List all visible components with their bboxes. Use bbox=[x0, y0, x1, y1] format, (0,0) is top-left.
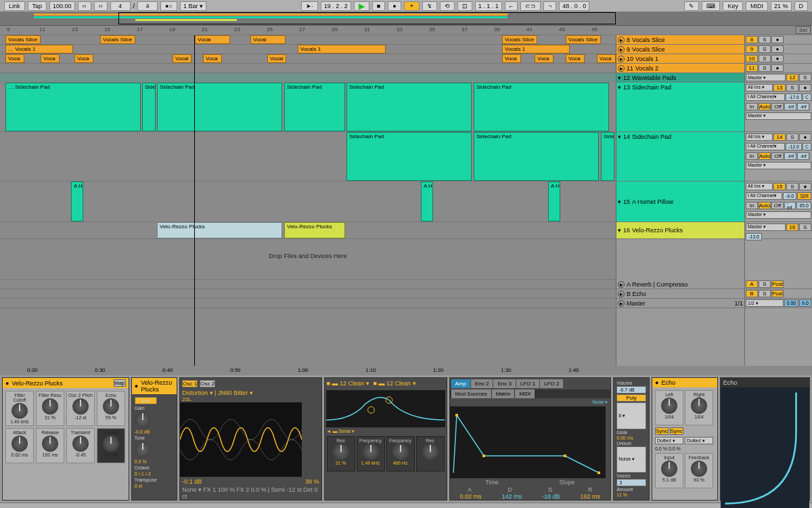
mode-l[interactable]: Dotted ▾ bbox=[655, 437, 683, 444]
clip[interactable]: Vocals 1 bbox=[502, 45, 570, 54]
mon-off[interactable]: Off bbox=[771, 152, 784, 160]
track-header-10[interactable]: ▸10 Vocals 1 bbox=[616, 54, 744, 64]
res2-knob[interactable] bbox=[422, 444, 438, 460]
solo-button[interactable]: S bbox=[759, 55, 771, 62]
clip[interactable]: Sidechain Pad bbox=[474, 132, 599, 181]
clip[interactable]: Vocals Slice bbox=[100, 35, 135, 44]
in-chan[interactable]: I All Channel▾ bbox=[746, 143, 785, 150]
lfo2-tab[interactable]: LFO 2 bbox=[540, 379, 563, 388]
master-header[interactable]: ▸Master1/1 bbox=[616, 299, 744, 308]
filter2-toggle[interactable]: ■ ▬ 12 Clean ▾ bbox=[374, 380, 416, 387]
track-16-lane[interactable]: Velo-Rezzo PlucksVelo-Rezzo Plucks bbox=[0, 222, 616, 239]
amp-tab[interactable]: Amp bbox=[451, 379, 470, 388]
clip[interactable]: A Hor bbox=[71, 182, 83, 221]
out-routing[interactable]: Master ▾ bbox=[746, 211, 811, 219]
send-b[interactable]: -inf bbox=[797, 152, 809, 160]
attack-value[interactable]: 0.02 ms bbox=[460, 493, 482, 500]
clip[interactable]: Voca bbox=[41, 54, 60, 63]
pan-value[interactable]: 32R bbox=[797, 192, 811, 200]
mon-off[interactable]: Off bbox=[771, 103, 784, 110]
master-pan[interactable]: 6.0 bbox=[799, 299, 811, 307]
clip[interactable]: Sidechain Pad bbox=[284, 83, 345, 131]
clip[interactable]: Side bbox=[601, 132, 614, 181]
matrix-tab[interactable]: Matrix bbox=[492, 389, 515, 398]
macro-knob[interactable] bbox=[42, 398, 58, 415]
arm-icon[interactable]: ● bbox=[771, 55, 784, 62]
unison-voices[interactable]: 3 bbox=[616, 479, 646, 486]
mod-target[interactable]: None ▾ bbox=[450, 398, 611, 406]
device-on-icon[interactable]: ● bbox=[655, 379, 658, 386]
track-13-lane[interactable]: … Sidechain PadSidecSidechain PadSidecha… bbox=[0, 83, 616, 132]
arm-icon[interactable]: ● bbox=[771, 36, 784, 43]
automation-arm-icon[interactable]: ↯ bbox=[422, 1, 437, 11]
solo-button[interactable]: S bbox=[759, 64, 771, 72]
in-chan[interactable]: I All Channel▾ bbox=[746, 93, 785, 101]
track-header-11[interactable]: ▸11 Vocals 2 bbox=[616, 64, 744, 73]
out-routing[interactable]: Master ▾ bbox=[746, 162, 811, 169]
send-b[interactable]: 65.0 bbox=[796, 202, 811, 209]
in-chan[interactable]: I All Channel▾ bbox=[746, 192, 782, 200]
clip[interactable]: Voca bbox=[566, 54, 585, 63]
return-b-activator[interactable]: B bbox=[746, 290, 758, 297]
send-a[interactable]: -inf bbox=[784, 152, 796, 160]
slope-tab[interactable]: Slope bbox=[559, 479, 574, 486]
overview-viewport[interactable] bbox=[118, 12, 616, 24]
track-activator[interactable]: 15 bbox=[773, 183, 786, 190]
metronome-icon[interactable]: ●○ bbox=[160, 1, 177, 11]
cue-out[interactable]: 1/2 ▾ bbox=[746, 299, 784, 307]
track-activator[interactable]: 11 bbox=[746, 64, 758, 72]
sig-denominator[interactable]: 4 bbox=[137, 1, 158, 11]
track-activator[interactable]: 9 bbox=[746, 45, 758, 53]
effect-menu[interactable]: Distortion ▾ bbox=[182, 389, 213, 396]
envelope-display[interactable] bbox=[450, 406, 606, 478]
clip[interactable]: Voca bbox=[203, 54, 222, 63]
tone-knob[interactable] bbox=[135, 442, 151, 458]
track-header-15[interactable]: ▾15 A Hornet Pillow bbox=[616, 182, 744, 222]
clip[interactable]: … Sidechain Pad bbox=[5, 83, 141, 131]
solo-button[interactable]: S bbox=[799, 74, 811, 81]
device-on-icon[interactable]: ● bbox=[135, 383, 138, 389]
clip[interactable]: Sidechain Pad bbox=[346, 83, 472, 131]
wavetable-pos[interactable]: 23L bbox=[180, 396, 321, 402]
clip[interactable]: Voca bbox=[5, 54, 24, 63]
track-activator[interactable]: 16 bbox=[786, 224, 798, 231]
reenable-auto-icon[interactable]: ⟲ bbox=[440, 1, 455, 11]
device-on-icon[interactable]: ● bbox=[5, 380, 9, 387]
out-routing[interactable]: Master ▾ bbox=[746, 74, 786, 81]
env2-tab[interactable]: Env 2 bbox=[471, 379, 493, 388]
tap-button[interactable]: Tap bbox=[28, 1, 47, 11]
transpose-value[interactable]: 0 st bbox=[135, 484, 157, 488]
clip[interactable]: Voca bbox=[74, 54, 93, 63]
lfo1-tab[interactable]: LFO 1 bbox=[516, 379, 539, 388]
return-b-header[interactable]: ▸B Echo bbox=[616, 289, 744, 299]
solo-button[interactable]: S bbox=[759, 45, 771, 53]
track-header-16[interactable]: ▾16 Velo-Rezzo Plucks bbox=[616, 222, 744, 239]
send-a[interactable]: -inf bbox=[784, 103, 796, 110]
track-header-14[interactable]: ▾14 Sidechain Pad bbox=[616, 132, 744, 182]
play-icon[interactable]: ▸ bbox=[618, 37, 625, 43]
unfold-icon[interactable]: ▾ bbox=[618, 227, 621, 234]
bar-ruler[interactable]: Set 911131517192123252729313335373941434… bbox=[0, 26, 812, 35]
vol-value[interactable]: -13.0 bbox=[746, 233, 762, 240]
computer-keyboard-icon[interactable]: ⌨ bbox=[702, 1, 720, 11]
macro-knob[interactable] bbox=[42, 436, 58, 452]
unfold-icon[interactable]: ▾ bbox=[618, 198, 621, 205]
freq1-knob[interactable] bbox=[363, 444, 379, 460]
nudge-down-icon[interactable]: ‹‹ bbox=[78, 1, 91, 11]
mon-auto[interactable]: Auto bbox=[759, 152, 771, 160]
filter1-toggle[interactable]: ■ ▬ 12 Clean ▾ bbox=[327, 380, 369, 387]
play-icon[interactable]: ▸ bbox=[618, 46, 625, 53]
time-ruler[interactable]: 0:200:300:400:501:001:101:201:301:40 bbox=[0, 366, 812, 375]
unison-amount[interactable]: 11 % bbox=[616, 492, 646, 497]
record-button[interactable]: ● bbox=[388, 1, 401, 11]
mod-sources-tab[interactable]: Mod Sources bbox=[451, 389, 491, 398]
unfold-icon[interactable]: ▾ bbox=[618, 75, 621, 81]
sig-numerator[interactable]: 4 bbox=[110, 1, 131, 11]
clip[interactable]: Vocals Slice bbox=[5, 35, 41, 44]
return-a-lane[interactable] bbox=[0, 280, 616, 289]
vol-value[interactable]: -17.6 bbox=[786, 93, 802, 101]
echo-input-knob[interactable] bbox=[661, 461, 677, 477]
arm-icon[interactable]: ● bbox=[799, 133, 811, 141]
loop-start[interactable]: 1 . 1 . 1 bbox=[475, 1, 502, 11]
quantize-menu[interactable]: 1 Bar ▾ bbox=[180, 1, 206, 11]
